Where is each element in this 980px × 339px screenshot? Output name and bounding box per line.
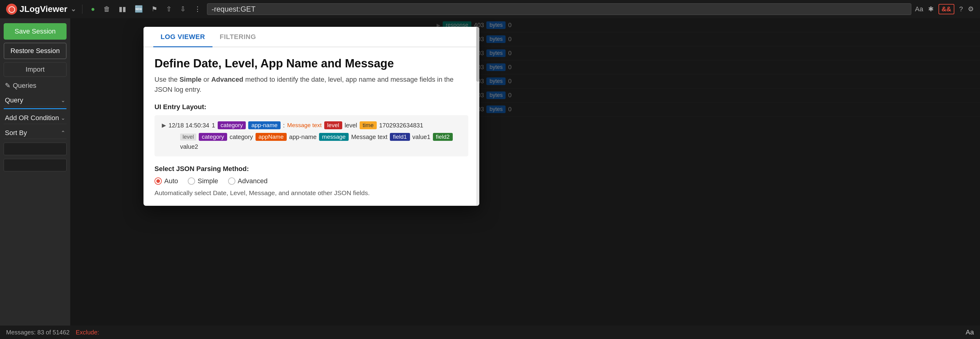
annotate-title: Annotate Fields and Import Log File bbox=[154, 204, 468, 206]
category-tag: category bbox=[218, 121, 246, 129]
field1-text: value1 bbox=[412, 133, 431, 141]
radio-advanced-label: Advanced bbox=[238, 177, 268, 185]
sidebar-item-add-or[interactable]: Add OR Condition ⌄ bbox=[4, 112, 67, 124]
modal-tabs: LOG VIEWER FILTERING bbox=[143, 27, 479, 47]
category2-text: category bbox=[229, 133, 253, 141]
modal-title: Define Date, Level, App Name and Message bbox=[154, 57, 468, 70]
entry-row-1: ▶ 12/18 14:50:34 1 category app-name : M… bbox=[162, 121, 461, 129]
parsing-label: Select JSON Parsing Method: bbox=[154, 165, 468, 173]
help-icon[interactable]: ? bbox=[959, 5, 963, 13]
sidebar-item-sort-by[interactable]: Sort By ⌃ bbox=[4, 127, 67, 139]
timestamp-text: 1702932634831 bbox=[379, 122, 423, 129]
simple-bold: Simple bbox=[180, 76, 202, 83]
font-size-status[interactable]: Aa bbox=[966, 328, 974, 336]
filter-icon[interactable]: 🆕 bbox=[132, 4, 145, 14]
modal-dialog: LOG VIEWER FILTERING Define Date, Level,… bbox=[143, 27, 479, 206]
sidebar-item-query[interactable]: Query ⌄ bbox=[4, 95, 67, 106]
radio-auto-circle bbox=[154, 177, 162, 185]
modal-scrollbar[interactable] bbox=[476, 27, 479, 206]
status-bar: Messages: 83 of 51462 Exclude: Aa bbox=[0, 326, 980, 339]
pause-icon[interactable]: ▮▮ bbox=[116, 4, 129, 14]
tab-log-viewer[interactable]: LOG VIEWER bbox=[153, 27, 213, 47]
chevron-down-icon: ⌄ bbox=[61, 115, 65, 121]
radio-advanced[interactable]: Advanced bbox=[228, 177, 268, 185]
entry-date: 12/18 14:50:34 bbox=[169, 122, 209, 129]
status-icon[interactable]: ● bbox=[89, 4, 97, 14]
search-bar[interactable]: -request:GET bbox=[207, 3, 911, 15]
radio-simple-label: Simple bbox=[197, 177, 218, 185]
exclude-label: Exclude: bbox=[76, 329, 99, 336]
auto-description: Automatically select Date, Level, Messag… bbox=[154, 189, 468, 196]
field2-text: value2 bbox=[180, 143, 198, 150]
app-logo[interactable]: ◯ JLogViewer ⌄ bbox=[6, 4, 76, 15]
radio-auto-label: Auto bbox=[164, 177, 178, 185]
level-tag: level bbox=[324, 121, 342, 129]
sort-by-label: Sort By bbox=[5, 129, 27, 137]
field2-tag: field2 bbox=[433, 133, 453, 141]
queries-label: Queries bbox=[13, 82, 36, 90]
time-tag: time bbox=[360, 121, 377, 129]
modal-description: Use the Simple or Advanced method to ide… bbox=[154, 74, 468, 95]
entry-num: 1 bbox=[212, 122, 215, 129]
main-area: ▶ response 403 bytes 0 ▶ response 403 by… bbox=[70, 18, 980, 326]
top-bar: ◯ JLogViewer ⌄ ● 🗑 ▮▮ 🆕 ⚑ ⇧ ⇩ ⋮ -request… bbox=[0, 0, 980, 18]
level-text: level bbox=[345, 122, 357, 129]
radio-simple-circle bbox=[188, 177, 195, 185]
query-underline bbox=[4, 108, 67, 109]
ui-entry-layout-label: UI Entry Layout: bbox=[154, 103, 468, 111]
radio-advanced-circle bbox=[228, 177, 235, 185]
search-value: -request:GET bbox=[212, 5, 256, 13]
settings-icon[interactable]: ⚙ bbox=[968, 5, 974, 13]
message2-text: Message text bbox=[351, 133, 387, 141]
font-size-icon[interactable]: Aa bbox=[915, 5, 923, 13]
messages-count: Messages: 83 of 51462 bbox=[6, 329, 70, 336]
bookmark-icon[interactable]: ⚑ bbox=[149, 4, 160, 14]
radio-group: Auto Simple Advanced bbox=[154, 177, 468, 185]
app-name-tag: app-name bbox=[248, 121, 280, 129]
request-input[interactable]: request bbox=[4, 143, 67, 155]
add-or-label: Add OR Condition bbox=[5, 114, 59, 122]
level-small: level bbox=[180, 133, 196, 141]
expand-arrow-icon: ▶ bbox=[162, 122, 166, 129]
logo-icon: ◯ bbox=[6, 4, 17, 15]
message-tag: message bbox=[319, 133, 348, 141]
chevron-down-icon[interactable]: ⌄ bbox=[70, 5, 76, 13]
query-label: Query bbox=[5, 96, 23, 104]
sidebar: Save Session Restore Session Import ✎ Qu… bbox=[0, 18, 70, 326]
save-session-button[interactable]: Save Session bbox=[4, 23, 67, 40]
radio-simple[interactable]: Simple bbox=[188, 177, 218, 185]
import-button[interactable]: Import bbox=[4, 62, 67, 77]
entry-colon: : bbox=[283, 122, 285, 129]
parse-section: Select JSON Parsing Method: Auto Simple … bbox=[154, 165, 468, 196]
entry-preview: ▶ 12/18 14:50:34 1 category app-name : M… bbox=[154, 115, 468, 157]
asterisk-icon[interactable]: ✱ bbox=[928, 5, 934, 13]
more-icon[interactable]: ⋮ bbox=[192, 4, 203, 14]
delete-icon[interactable]: 🗑 bbox=[101, 4, 113, 14]
chevron-down-icon: ⌄ bbox=[61, 97, 65, 104]
radio-auto[interactable]: Auto bbox=[154, 177, 178, 185]
up-icon[interactable]: ⇧ bbox=[164, 4, 174, 14]
separator bbox=[82, 5, 83, 14]
chevron-up-icon: ⌃ bbox=[61, 130, 65, 136]
app-name2-text: app-name bbox=[289, 133, 317, 141]
field1-tag: field1 bbox=[390, 133, 410, 141]
advanced-bold: Advanced bbox=[211, 76, 243, 83]
message-text: Message text bbox=[287, 122, 322, 129]
top-bar-right: Aa ✱ && ? ⚙ bbox=[915, 4, 974, 14]
entry-row-2: level category category appName app-name… bbox=[162, 133, 461, 150]
tab-filtering[interactable]: FILTERING bbox=[213, 27, 264, 47]
pencil-icon: ✎ bbox=[5, 82, 10, 90]
date-input[interactable]: Date bbox=[4, 159, 67, 171]
restore-session-button[interactable]: Restore Session bbox=[4, 43, 67, 59]
down-icon[interactable]: ⇩ bbox=[178, 4, 188, 14]
amp-badge[interactable]: && bbox=[939, 4, 955, 14]
app-name: JLogViewer bbox=[19, 4, 67, 14]
modal-scrollbar-thumb bbox=[476, 27, 479, 82]
modal-body: Define Date, Level, App Name and Message… bbox=[143, 47, 479, 206]
sidebar-item-queries[interactable]: ✎ Queries bbox=[4, 80, 67, 92]
app-name2-tag: appName bbox=[256, 133, 287, 141]
category2-tag: category bbox=[199, 133, 227, 141]
